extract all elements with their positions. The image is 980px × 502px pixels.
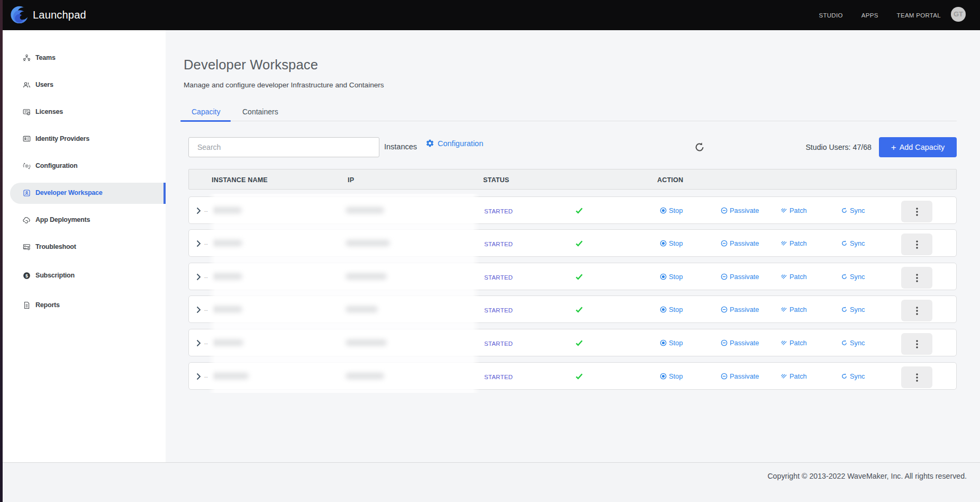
svg-text:$: $: [25, 273, 28, 278]
